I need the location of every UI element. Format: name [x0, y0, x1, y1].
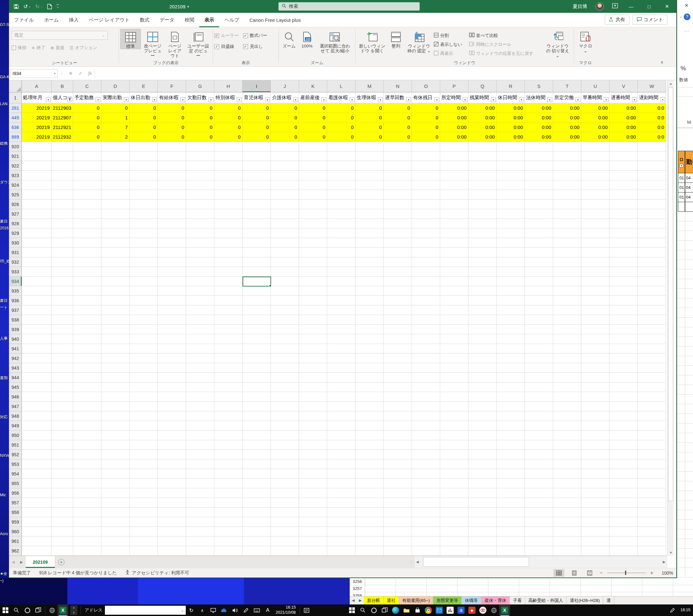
- cell-T957[interactable]: [553, 498, 581, 508]
- cell-G926[interactable]: [186, 200, 214, 209]
- cell-G940[interactable]: [186, 334, 214, 344]
- cell-E936[interactable]: [130, 296, 158, 305]
- cell-R889[interactable]: 0:00: [497, 132, 525, 142]
- cell-F445[interactable]: 0: [158, 113, 186, 123]
- cell-N920[interactable]: [384, 142, 412, 152]
- cell-C935[interactable]: [73, 286, 101, 296]
- insert-function-icon[interactable]: fx: [88, 71, 92, 76]
- cell-E957[interactable]: [130, 498, 158, 508]
- column-header-H[interactable]: H: [214, 80, 242, 93]
- row-number-946[interactable]: 946: [9, 392, 22, 402]
- cell-L929[interactable]: [327, 228, 355, 238]
- cell-U949[interactable]: [581, 421, 610, 431]
- select-all-corner[interactable]: [9, 80, 22, 93]
- column-header-D[interactable]: D: [101, 80, 130, 93]
- cell-F962[interactable]: [158, 546, 186, 556]
- cell-U956[interactable]: [581, 488, 610, 498]
- cell-J955[interactable]: [271, 479, 299, 488]
- cell-G950[interactable]: [186, 431, 214, 440]
- cell-M925[interactable]: [355, 190, 384, 200]
- cell-I957[interactable]: [242, 498, 271, 508]
- cell-G942[interactable]: [186, 354, 214, 363]
- cell-S923[interactable]: [525, 171, 553, 180]
- cell-I940[interactable]: [242, 334, 271, 344]
- cell-W942[interactable]: [638, 354, 666, 363]
- row-number-936[interactable]: 936: [9, 296, 22, 305]
- cell-E949[interactable]: [130, 421, 158, 431]
- cell-Q945[interactable]: [469, 382, 497, 392]
- cell-G937[interactable]: [186, 305, 214, 315]
- cell-D960[interactable]: [101, 527, 130, 536]
- cell-T943[interactable]: [553, 363, 581, 373]
- desktop-icon-label[interactable]: NXVe: [0, 453, 9, 458]
- cell-I952[interactable]: [242, 450, 271, 459]
- keep-button[interactable]: 保持: [12, 44, 26, 52]
- cell-F923[interactable]: [158, 171, 186, 180]
- cell-F942[interactable]: [158, 354, 186, 363]
- cell-P935[interactable]: [440, 286, 469, 296]
- cell-V928[interactable]: [610, 219, 638, 228]
- start-icon[interactable]: [0, 604, 11, 616]
- cell-N889[interactable]: 0: [384, 132, 412, 142]
- cell-P955[interactable]: [440, 479, 469, 488]
- header-cell-L[interactable]: 看護休暇▾: [327, 93, 355, 103]
- header-cell-P[interactable]: 所定時間▾: [440, 93, 469, 103]
- cell-Q938[interactable]: [469, 315, 497, 325]
- cell-W937[interactable]: [638, 305, 666, 315]
- cell-D948[interactable]: [101, 411, 130, 421]
- cell-D947[interactable]: [101, 402, 130, 411]
- cell-S937[interactable]: [525, 305, 553, 315]
- header-cell-W[interactable]: 遅刻時間▾: [638, 93, 666, 103]
- clock[interactable]: 16:15: [678, 608, 693, 613]
- cell-L927[interactable]: [327, 209, 355, 219]
- cell-U445[interactable]: 0:00: [581, 113, 610, 123]
- cell-C951[interactable]: [73, 440, 101, 450]
- column-header-U[interactable]: U: [581, 80, 610, 93]
- cell-O920[interactable]: [412, 142, 440, 152]
- menu-tab-1[interactable]: ホーム: [39, 13, 64, 27]
- cell-D958[interactable]: [101, 508, 130, 517]
- cell-M927[interactable]: [355, 209, 384, 219]
- column-header-S[interactable]: S: [525, 80, 553, 93]
- row-number-1[interactable]: 1: [9, 93, 22, 103]
- cell-I959[interactable]: [242, 517, 271, 527]
- cell-B956[interactable]: [52, 488, 73, 498]
- row-number-950[interactable]: 950: [9, 431, 22, 440]
- header-cell-A[interactable]: 処理年月▾: [22, 93, 52, 103]
- row-number-934[interactable]: 934: [9, 277, 22, 286]
- cell-B948[interactable]: [52, 411, 73, 421]
- cell-C947[interactable]: [73, 402, 101, 411]
- cell-Q281[interactable]: 0:00: [469, 103, 497, 113]
- cell-C942[interactable]: [73, 354, 101, 363]
- bg-sheet-tab-7[interactable]: 高齢受給・外国人: [525, 596, 567, 604]
- cell-F960[interactable]: [158, 527, 186, 536]
- cell-W958[interactable]: [638, 508, 666, 517]
- cell-R956[interactable]: [497, 488, 525, 498]
- cell-C934[interactable]: [73, 277, 101, 286]
- cell-O937[interactable]: [412, 305, 440, 315]
- cell-L937[interactable]: [327, 305, 355, 315]
- cell-H925[interactable]: [214, 190, 242, 200]
- cell-P926[interactable]: [440, 200, 469, 209]
- cell-G944[interactable]: [186, 373, 214, 382]
- cell-H946[interactable]: [214, 392, 242, 402]
- cell-M445[interactable]: 0: [355, 113, 384, 123]
- cell-C960[interactable]: [73, 527, 101, 536]
- cell-A962[interactable]: [22, 546, 52, 556]
- cell-S931[interactable]: [525, 248, 553, 257]
- normal-view-status-button[interactable]: [553, 569, 565, 577]
- cell-I927[interactable]: [242, 209, 271, 219]
- cell-R961[interactable]: [497, 536, 525, 546]
- switch-windows-button[interactable]: ウィンドウの 切り替え ⌄: [543, 29, 572, 58]
- cell-U961[interactable]: [581, 536, 610, 546]
- cell-P924[interactable]: [440, 180, 469, 190]
- cell-H949[interactable]: [214, 421, 242, 431]
- ribbon-display-options-icon[interactable]: [612, 3, 618, 9]
- cell-N936[interactable]: [384, 296, 412, 305]
- cell-V962[interactable]: [610, 546, 638, 556]
- gridlines-checkbox[interactable]: ✓目盛線: [214, 43, 239, 51]
- cell-L941[interactable]: [327, 344, 355, 354]
- cell-P937[interactable]: [440, 305, 469, 315]
- cell-D933[interactable]: [101, 267, 130, 277]
- zoom-slider[interactable]: [607, 573, 646, 573]
